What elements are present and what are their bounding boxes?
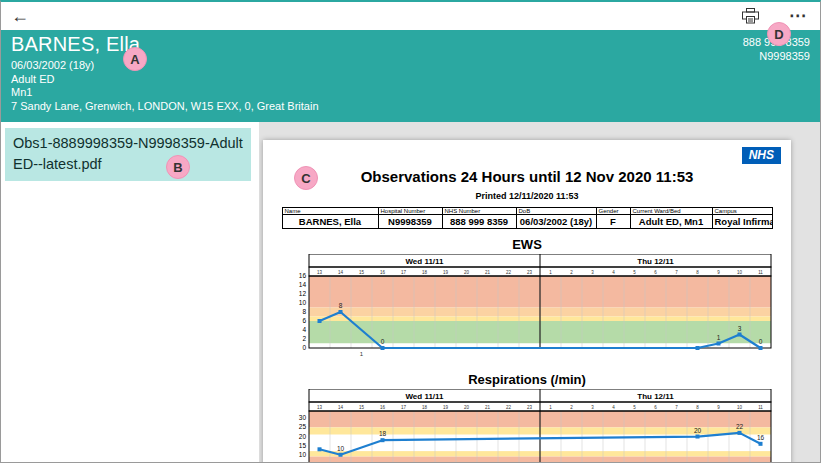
data-point (381, 438, 385, 442)
patient-table-header: NHS Number (442, 208, 516, 215)
print-icon[interactable] (742, 8, 759, 24)
y-tick-label: 0 (302, 344, 306, 351)
y-tick-label: 10 (299, 299, 307, 306)
y-tick-label: 25 (299, 423, 307, 430)
patient-table-header: Campus (712, 208, 772, 215)
ews-chart-svg: Wed 11/11Thu 12/111314151617181920212223… (279, 254, 775, 360)
data-point (738, 333, 742, 337)
hour-tick-label: 3 (591, 405, 594, 410)
more-options-icon[interactable]: ⋯ (789, 2, 806, 30)
hour-tick-label: 19 (443, 405, 449, 410)
hour-tick-label: 14 (338, 405, 344, 410)
patient-table-value: 888 999 8359 (442, 215, 516, 229)
document-list-sidebar: Obs1-8889998359-N9998359-Adult ED--lates… (1, 122, 259, 463)
respirations-chart: Wed 11/11Thu 12/111314151617181920212223… (279, 389, 775, 463)
data-point (339, 453, 343, 457)
hour-tick-label: 2 (570, 405, 573, 410)
annotation-badge-b: B (166, 155, 190, 179)
hour-tick-label: 18 (422, 270, 428, 275)
patient-address: 7 Sandy Lane, Grenwich, LONDON, W15 EXX,… (11, 100, 810, 114)
hour-tick-label: 17 (401, 405, 407, 410)
data-point (339, 310, 343, 314)
hour-tick-label: 14 (338, 270, 344, 275)
content-area: Obs1-8889998359-N9998359-Adult ED--lates… (1, 122, 820, 463)
annotation-badge-d: D (767, 22, 791, 46)
y-tick-label: 15 (299, 442, 307, 449)
document-printed-line: Printed 12/11/2020 11:53 (279, 191, 775, 201)
data-point (696, 346, 700, 350)
hour-tick-label: 5 (633, 405, 636, 410)
annotation-badge-a: A (123, 47, 147, 71)
pdf-preview-pane[interactable]: NHS Observations 24 Hours until 12 Nov 2… (259, 122, 820, 463)
patient-table-value: Adult ED, Mn1 (630, 215, 712, 229)
y-tick-label: 10 (299, 451, 307, 458)
patient-hospital-number: N9998359 (743, 50, 810, 64)
hour-tick-label: 1 (549, 270, 552, 275)
hour-tick-label: 15 (359, 270, 365, 275)
data-point-label: 16 (757, 434, 765, 441)
hour-tick-label: 7 (675, 405, 678, 410)
patient-table-header: DoB (516, 208, 596, 215)
nhs-logo: NHS (742, 147, 781, 164)
hour-tick-label: 22 (506, 405, 512, 410)
day-header: Thu 12/11 (637, 257, 674, 266)
data-point-label: 8 (339, 302, 343, 309)
patient-table-header: Gender (596, 208, 630, 215)
hour-tick-label: 8 (696, 270, 699, 275)
pdf-page: NHS Observations 24 Hours until 12 Nov 2… (263, 140, 791, 463)
day-header: Wed 11/11 (405, 257, 444, 266)
hour-tick-label: 23 (527, 270, 533, 275)
day-header: Wed 11/11 (405, 392, 444, 401)
y-tick-label: 20 (299, 433, 307, 440)
patient-table-header: Current Ward/Bed (630, 208, 712, 215)
document-title: Observations 24 Hours until 12 Nov 2020 … (279, 168, 775, 185)
hour-tick-label: 11 (758, 405, 763, 410)
hour-tick-label: 13 (317, 405, 323, 410)
back-icon[interactable]: ← (11, 2, 29, 30)
hour-tick-label: 8 (696, 405, 699, 410)
printer-glyph (742, 8, 759, 24)
data-point-label: 10 (337, 445, 345, 452)
data-point-label: 1 (717, 334, 721, 341)
data-point (759, 442, 763, 446)
hour-tick-label: 15 (359, 405, 365, 410)
hour-tick-label: 9 (717, 405, 720, 410)
data-point (738, 431, 742, 435)
data-point-label: 20 (694, 427, 702, 434)
hour-tick-label: 2 (570, 270, 573, 275)
data-point-label: 3 (738, 325, 742, 332)
data-point-label: 0 (759, 338, 763, 345)
hour-tick-label: 19 (443, 270, 449, 275)
hour-tick-label: 13 (317, 270, 323, 275)
patient-ward: Adult ED (11, 73, 810, 87)
ews-chart-section: EWS Wed 11/11Thu 12/11131415161718192021… (279, 237, 775, 364)
hour-tick-label: 4 (612, 405, 615, 410)
patient-table-value: BARNES, Ella (282, 215, 378, 229)
data-point (318, 447, 322, 451)
data-point (381, 346, 385, 350)
y-tick-label: 8 (302, 308, 306, 315)
hour-tick-label: 16 (380, 270, 386, 275)
annotation-badge-c: C (294, 166, 318, 190)
data-point-label: 18 (379, 430, 387, 437)
hour-tick-label: 17 (401, 270, 407, 275)
respirations-chart-title: Respirations (/min) (279, 372, 775, 387)
respirations-chart-svg: Wed 11/11Thu 12/111314151617181920212223… (279, 389, 775, 463)
data-point (759, 346, 763, 350)
respirations-chart-section: Respirations (/min) Wed 11/11Thu 12/1113… (279, 372, 775, 463)
hour-tick-label: 6 (654, 405, 657, 410)
patient-table-value: N9998359 (378, 215, 442, 229)
hour-tick-label: 21 (485, 270, 491, 275)
patient-table-header: Name (282, 208, 378, 215)
patient-table-value: F (596, 215, 630, 229)
y-tick-label: 2 (302, 335, 306, 342)
data-point (696, 435, 700, 439)
hour-tick-label: 3 (591, 270, 594, 275)
data-point (717, 342, 721, 346)
top-command-bar: ← ⋯ (1, 2, 820, 30)
hour-tick-label: 1 (549, 405, 552, 410)
hour-tick-label: 18 (422, 405, 428, 410)
hour-tick-label: 5 (633, 270, 636, 275)
ews-chart-title: EWS (279, 237, 775, 252)
pdf-file-list-item[interactable]: Obs1-8889998359-N9998359-Adult ED--lates… (5, 128, 251, 181)
